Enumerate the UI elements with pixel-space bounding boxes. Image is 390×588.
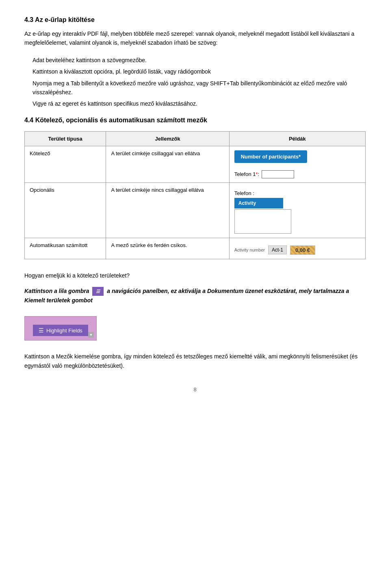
- row1-type: Kötelező: [25, 146, 106, 182]
- highlight-fields-label: Highlight Fields: [46, 328, 82, 334]
- mouse-instruction: Vigye rá az egeret és kattintson specifi…: [32, 99, 366, 108]
- row1-description: A terület címkéje csillaggal van ellátva: [106, 146, 229, 182]
- section-heading: 4.3 Az e-űrlap kitöltése: [24, 16, 366, 24]
- table-row: Kötelező A terület címkéje csillaggal va…: [25, 146, 366, 182]
- tab-instruction: Nyomja meg a Tab billentyűt a következő …: [32, 79, 366, 97]
- scroll-arrow-icon[interactable]: ▼: [88, 332, 94, 338]
- phone1-label: Telefon 1*:: [234, 171, 259, 177]
- activity-number-label: Activity number: [234, 247, 265, 252]
- highlight-fields-button[interactable]: ☰ Highlight Fields: [33, 325, 88, 336]
- intro-paragraph: Az e-űrlap egy interaktív PDF fájl, mely…: [24, 29, 366, 48]
- col-header-examples: Példák: [229, 131, 365, 146]
- purple-button-inline-icon: ☰: [92, 287, 104, 296]
- row3-type: Automatikusan számított: [25, 238, 106, 259]
- row3-description: A mező szürke és ferdén csíkos.: [106, 238, 229, 259]
- highlight-instruction: Kattintson a lila gombra ☰ a navigációs …: [24, 286, 366, 305]
- row3-examples: Activity number Act-1 0,00 €: [229, 238, 365, 259]
- phone1-input[interactable]: [262, 170, 294, 178]
- list-item-1: Adat beviteléhez kattintson a szövegmező…: [32, 56, 366, 65]
- euro-value: 0,00 €: [290, 245, 315, 255]
- list-item-3: legördülő listák, vagy rádiógombok: [123, 68, 211, 75]
- required-asterisk: *: [256, 171, 258, 177]
- row2-description: A terület címkéje nincs csillaggal ellát…: [106, 182, 229, 238]
- subsection-heading: 4.4 Kötelező, opcionális és automatikusa…: [24, 117, 366, 124]
- highlight-section: Hogyan emeljük ki a kötelező területeket…: [24, 271, 366, 370]
- row2-examples: Telefon : Activity: [229, 182, 365, 238]
- highlight-question: Hogyan emeljük ki a kötelező területeket…: [24, 271, 366, 280]
- highlight-icon: ☰: [39, 327, 44, 334]
- row2-type: Opcionális: [25, 182, 106, 238]
- field-types-table: Terület típusa Jellemzők Példák Kötelező…: [24, 131, 366, 259]
- table-row: Opcionális A terület címkéje nincs csill…: [25, 182, 366, 238]
- italic-text-1: Kattintson a lila gombra: [24, 288, 89, 294]
- list-item-2: Kattintson a kiválasztott opcióra, pl. l…: [32, 67, 366, 76]
- table-row: Automatikusan számított A mező szürke és…: [25, 238, 366, 259]
- page-number: 8: [24, 386, 366, 393]
- highlight-fields-screenshot: ☰ Highlight Fields ▼: [24, 316, 97, 341]
- col-header-chars: Jellemzők: [106, 131, 229, 146]
- col-header-type: Terület típusa: [25, 131, 106, 146]
- telefon-optional-label: Telefon :: [234, 190, 360, 196]
- final-paragraph: Kattintson a Mezők kiemelése gombra, így…: [24, 352, 366, 370]
- activity-textarea[interactable]: [234, 209, 291, 234]
- act1-value: Act-1: [268, 245, 287, 254]
- row1-examples: Number of participants* Telefon 1*:: [229, 146, 365, 182]
- number-of-participants-button: Number of participants*: [234, 150, 360, 166]
- activity-label-box: Activity: [234, 198, 283, 208]
